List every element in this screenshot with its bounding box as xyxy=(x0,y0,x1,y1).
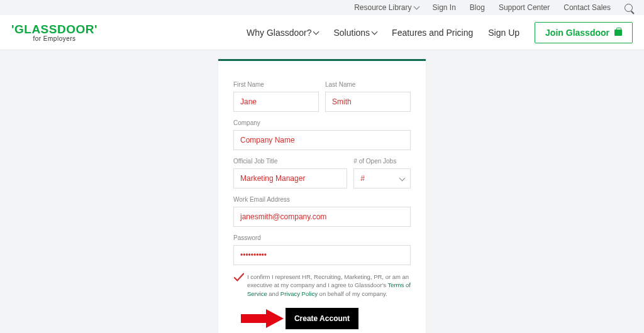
page-body: First Name Last Name Company Official Jo… xyxy=(0,50,644,333)
email-label: Work Email Address xyxy=(233,196,411,203)
logo-main: 'GLASSDOOR' xyxy=(11,23,97,36)
company-input[interactable] xyxy=(233,130,411,150)
company-label: Company xyxy=(233,119,411,126)
open-jobs-label: # of Open Jobs xyxy=(353,158,411,165)
checkmark-icon xyxy=(233,273,245,283)
chevron-down-icon xyxy=(313,28,319,35)
create-account-button[interactable]: Create Account xyxy=(286,308,358,329)
nav-features-pricing[interactable]: Features and Pricing xyxy=(392,28,473,38)
signup-form-card: First Name Last Name Company Official Jo… xyxy=(218,59,426,333)
last-name-label: Last Name xyxy=(325,81,411,88)
top-support-center[interactable]: Support Center xyxy=(499,3,550,12)
briefcase-icon xyxy=(614,30,622,36)
chevron-down-icon xyxy=(372,28,378,35)
job-title-input[interactable] xyxy=(233,168,347,188)
nav-solutions[interactable]: Solutions xyxy=(333,28,377,38)
email-input[interactable] xyxy=(233,207,411,227)
first-name-label: First Name xyxy=(233,81,319,88)
search-icon xyxy=(625,4,633,12)
last-name-input[interactable] xyxy=(325,92,411,112)
consent-checkbox[interactable] xyxy=(233,273,243,281)
privacy-link[interactable]: Privacy Policy xyxy=(280,290,318,297)
open-jobs-select[interactable] xyxy=(353,168,411,188)
arrow-indicator-icon xyxy=(241,309,284,330)
password-input[interactable] xyxy=(233,245,411,265)
join-glassdoor-button[interactable]: Join Glassdoor xyxy=(535,22,633,43)
logo[interactable]: 'GLASSDOOR' for Employers xyxy=(11,23,97,42)
top-resource-library[interactable]: Resource Library xyxy=(354,3,418,12)
first-name-input[interactable] xyxy=(233,92,319,112)
chevron-down-icon xyxy=(413,4,419,10)
top-contact-sales[interactable]: Contact Sales xyxy=(564,3,611,12)
job-title-label: Official Job Title xyxy=(233,158,347,165)
top-blog[interactable]: Blog xyxy=(470,3,485,12)
nav-why-glassdoor[interactable]: Why Glassdoor? xyxy=(247,28,318,38)
nav-sign-up[interactable]: Sign Up xyxy=(488,28,519,38)
top-search[interactable] xyxy=(625,4,633,12)
main-navbar: 'GLASSDOOR' for Employers Why Glassdoor?… xyxy=(0,15,644,50)
logo-subtitle: for Employers xyxy=(11,35,97,42)
utility-topbar: Resource Library Sign In Blog Support Ce… xyxy=(0,0,644,15)
password-label: Password xyxy=(233,234,411,241)
nav-right: Why Glassdoor? Solutions Features and Pr… xyxy=(247,22,633,43)
consent-text: I confirm I represent HR, Recruiting, Ma… xyxy=(247,273,411,298)
top-sign-in[interactable]: Sign In xyxy=(433,3,456,12)
